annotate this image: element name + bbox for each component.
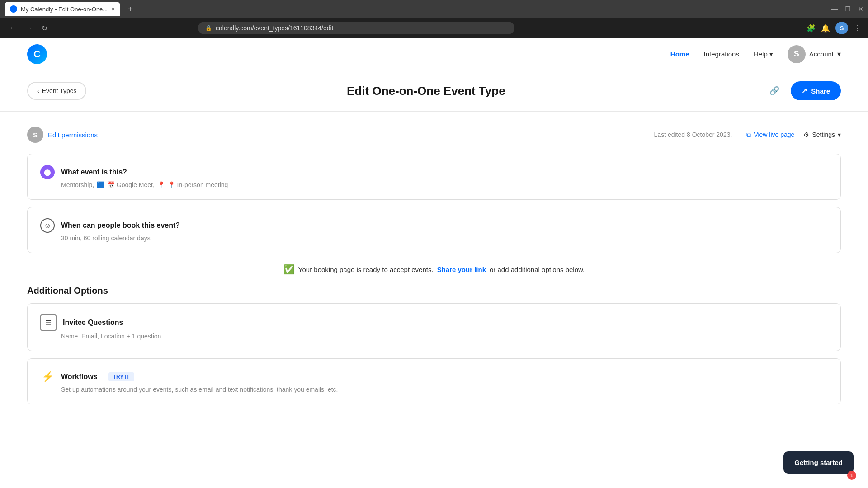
address-bar[interactable]: 🔒 calendly.com/event_types/161108344/edi… [198,22,514,34]
try-it-badge[interactable]: TRY IT [108,372,134,381]
last-edited-text: Last edited 8 October 2023. [654,131,732,138]
google-meet-icon: 🟦 [97,181,104,188]
nav-integrations[interactable]: Integrations [704,50,739,58]
when-book-subtitle: 30 min, 60 rolling calendar days [61,235,828,242]
what-event-title: What event is this? [61,168,127,176]
ready-banner: ✅ Your booking page is ready to accept e… [27,264,841,275]
invitee-questions-subtitle: Name, Email, Location + 1 question [61,333,828,340]
clock-outline-icon: ◎ [40,218,55,233]
settings-button[interactable]: ⚙ Settings ▾ [803,131,841,138]
back-chevron-icon: ‹ [37,87,39,94]
invitee-questions-icon: ☰ [40,314,57,331]
back-to-event-types-button[interactable]: ‹ Event Types [27,82,86,100]
additional-options-heading: Additional Options [27,286,841,296]
link-icon: 🔗 [769,86,779,96]
what-event-subtitle: Mentorship, 🟦 📅 Google Meet, 📍 📍 In-pers… [61,181,828,188]
account-label: Account [809,50,834,58]
what-event-card[interactable]: ⬤ What event is this? Mentorship, 🟦 📅 Go… [27,154,841,200]
extensions-icon[interactable]: 🧩 [807,24,816,33]
nav-home[interactable]: Home [670,50,689,58]
maximize-button[interactable]: ❐ [845,5,851,13]
share-button[interactable]: ↗ Share [791,81,841,100]
page-header: ‹ Event Types Edit One-on-One Event Type… [0,70,868,112]
permissions-bar: S Edit permissions Last edited 8 October… [27,127,841,143]
back-nav-button[interactable]: ← [7,22,18,34]
when-book-title: When can people book this event? [61,221,180,230]
edit-permissions-link[interactable]: Edit permissions [48,131,98,139]
close-button[interactable]: ✕ [858,5,863,13]
share-arrow-icon: ↗ [802,87,807,95]
refresh-button[interactable]: ↻ [40,22,49,34]
active-tab[interactable]: My Calendly - Edit One-on-One... × [5,2,120,16]
copy-link-button[interactable]: 🔗 [765,82,783,100]
permissions-avatar: S [27,127,43,143]
browser-profile-avatar[interactable]: S [835,22,848,34]
when-book-card[interactable]: ◎ When can people book this event? 30 mi… [27,207,841,253]
browser-menu-icon[interactable]: ⋮ [854,24,861,33]
top-navigation: C Home Integrations Help ▾ S Account ▾ [0,38,868,70]
notification-badge: 1 [847,471,856,480]
getting-started-label: Getting started [794,459,843,466]
page-title: Edit One-on-One Event Type [86,84,765,98]
purple-dot-icon: ⬤ [40,165,55,179]
help-chevron-icon: ▾ [769,50,773,58]
notification-bell-icon[interactable]: 🔔 [821,24,830,33]
share-your-link[interactable]: Share your link [437,266,486,273]
settings-chevron-icon: ▾ [838,131,841,138]
minimize-button[interactable]: — [831,5,838,13]
in-person-pin-icon: 📍 [157,181,167,188]
nav-help[interactable]: Help ▾ [754,50,773,58]
address-text: calendly.com/event_types/161108344/edit [216,24,507,32]
account-menu[interactable]: S Account ▾ [788,45,841,63]
view-live-page-link[interactable]: ⧉ View live page [746,131,794,139]
getting-started-popup[interactable]: Getting started [783,451,854,474]
workflows-lightning-icon: ⚡ [40,370,55,384]
account-chevron-icon: ▾ [837,50,841,58]
tab-close-button[interactable]: × [111,5,115,13]
invitee-questions-title: Invitee Questions [63,319,123,327]
settings-gear-icon: ⚙ [803,131,809,138]
check-circle-icon: ✅ [283,264,295,275]
workflows-title: Workflows [61,373,98,381]
user-avatar: S [788,45,806,63]
calendly-logo[interactable]: C [27,44,47,64]
tab-favicon [10,5,17,13]
forward-nav-button[interactable]: → [24,22,34,34]
external-link-icon: ⧉ [746,131,751,139]
workflows-subtitle: Set up automations around your events, s… [61,386,828,393]
lock-icon: 🔒 [205,25,212,31]
new-tab-button[interactable]: + [124,2,137,16]
invitee-questions-card[interactable]: ☰ Invitee Questions Name, Email, Locatio… [27,303,841,351]
tab-title-text: My Calendly - Edit One-on-One... [21,6,108,13]
workflows-card[interactable]: ⚡ Workflows TRY IT Set up automations ar… [27,358,841,404]
